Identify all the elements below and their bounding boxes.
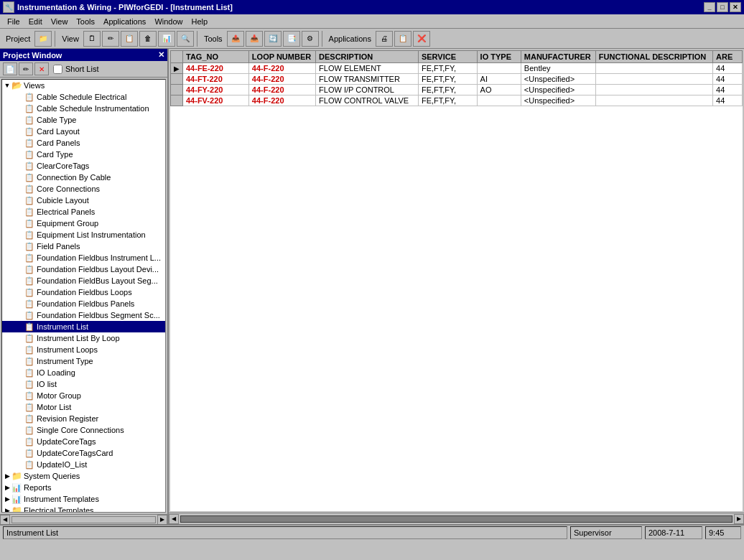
- tree-item-clearcoretags[interactable]: 📋 ClearCoreTags: [2, 160, 165, 172]
- expand-system-queries[interactable]: ▶: [4, 472, 11, 480]
- tree-item-instrument-list-loop[interactable]: 📋 Instrument List By Loop: [2, 332, 165, 344]
- row-selector[interactable]: [171, 95, 183, 106]
- table-row[interactable]: ▶44-FE-22044-F-220FLOW ELEMENTFE,FT,FY,B…: [171, 63, 743, 74]
- tree-item-field-panels[interactable]: 📋 Field Panels: [2, 241, 165, 252]
- tree-item-update-core-tags-card[interactable]: 📋 UpdateCoreTagsCard: [2, 447, 165, 459]
- tree-item-update-core-tags[interactable]: 📋 UpdateCoreTags: [2, 436, 165, 447]
- menu-help[interactable]: Help: [187, 16, 213, 27]
- col-loop-number-header[interactable]: LOOP NUMBER: [248, 51, 315, 63]
- row-selector[interactable]: ▶: [171, 63, 183, 74]
- tree-item-motor-group[interactable]: 📋 Motor Group: [2, 390, 165, 401]
- tree-item-update-io-list[interactable]: 📋 UpdateIO_List: [2, 459, 165, 470]
- menu-window[interactable]: Window: [150, 16, 187, 27]
- view-btn2[interactable]: ✏: [102, 31, 119, 47]
- project-open-btn[interactable]: 📁: [34, 31, 52, 47]
- col-tag-no-header[interactable]: TAG_NO: [183, 51, 249, 63]
- tree-item-ff-loops[interactable]: 📋 Foundation Fieldbus Loops: [2, 286, 165, 298]
- expand-electrical-templates[interactable]: ▶: [4, 507, 11, 513]
- tree-hscroll[interactable]: ◀ ▶: [0, 514, 167, 524]
- tree-item-fflbs[interactable]: 📋 Foundation FieldBus Layout Seg...: [2, 275, 165, 286]
- row-selector[interactable]: [171, 85, 183, 95]
- tree-item-io-list[interactable]: 📋 IO list: [2, 378, 165, 390]
- view-btn4[interactable]: 🗑: [139, 31, 157, 47]
- view-btn5[interactable]: 📊: [158, 31, 175, 47]
- tools-btn2[interactable]: 📥: [246, 31, 263, 47]
- tree-root-views[interactable]: ▼ 📂 Views: [2, 80, 165, 91]
- tree-view[interactable]: ▼ 📂 Views 📋 Cable Schedule Electrical 📋 …: [1, 79, 166, 513]
- tools-btn1[interactable]: 📤: [227, 31, 244, 47]
- tree-item-instrument-loops[interactable]: 📋 Instrument Loops: [2, 344, 165, 355]
- grid-scroll-right[interactable]: ▶: [734, 514, 744, 524]
- view-btn1[interactable]: 🗒: [83, 31, 101, 47]
- tree-reports[interactable]: ▶ 📊 Reports: [2, 482, 165, 493]
- tree-item-equipment-group[interactable]: 📋 Equipment Group: [2, 218, 165, 229]
- pw-delete-btn[interactable]: ✕: [34, 62, 49, 75]
- menu-view[interactable]: View: [47, 16, 73, 27]
- tree-item-card-panels[interactable]: 📋 Card Panels: [2, 137, 165, 149]
- expand-views[interactable]: ▼: [4, 82, 11, 89]
- tree-instrument-templates[interactable]: ▶ 📊 Instrument Templates: [2, 493, 165, 505]
- tree-item-core-connections[interactable]: 📋 Core Connections: [2, 183, 165, 195]
- expand-reports[interactable]: ▶: [4, 484, 11, 491]
- grid-hscroll[interactable]: ◀ ▶: [169, 513, 744, 524]
- tree-item-ff-panels[interactable]: 📋 Foundation Fieldbus Panels: [2, 298, 165, 309]
- tools-btn4[interactable]: 📑: [283, 31, 300, 47]
- grid-scroll-left[interactable]: ◀: [169, 514, 179, 524]
- short-list-check[interactable]: Short List: [53, 65, 98, 74]
- tree-scroll-left[interactable]: ◀: [0, 515, 10, 525]
- view-btn6[interactable]: 🔍: [177, 31, 194, 47]
- pw-new-btn[interactable]: 📄: [3, 62, 17, 75]
- restore-button[interactable]: □: [717, 2, 728, 12]
- tools-btn3[interactable]: 🔄: [264, 31, 282, 47]
- tree-scrollbar-thumb[interactable]: [11, 516, 156, 523]
- app-btn2[interactable]: 📋: [394, 31, 411, 47]
- tree-scroll-right[interactable]: ▶: [157, 515, 167, 525]
- col-service-header[interactable]: SERVICE: [418, 51, 477, 63]
- tools-btn5[interactable]: ⚙: [302, 31, 319, 47]
- tree-item-instrument-list[interactable]: 📋 Instrument List: [2, 321, 165, 332]
- row-selector[interactable]: [171, 74, 183, 85]
- tree-item-cable-type[interactable]: 📋 Cable Type: [2, 114, 165, 126]
- expand-instrument-templates[interactable]: ▶: [4, 495, 11, 503]
- close-button[interactable]: ✕: [730, 2, 741, 12]
- tree-item-electrical-panels[interactable]: 📋 Electrical Panels: [2, 206, 165, 218]
- app-btn1[interactable]: 🖨: [376, 31, 393, 47]
- tree-item-card-type[interactable]: 📋 Card Type: [2, 149, 165, 160]
- menu-applications[interactable]: Applications: [99, 16, 150, 27]
- table-row[interactable]: 44-FY-22044-F-220FLOW I/P CONTROLFE,FT,F…: [171, 85, 743, 95]
- tree-electrical-templates[interactable]: ▶ 📁 Electrical Templates: [2, 505, 165, 513]
- menu-tools[interactable]: Tools: [72, 16, 99, 27]
- tree-system-queries[interactable]: ▶ 📁 System Queries: [2, 470, 165, 482]
- menu-file[interactable]: File: [3, 16, 24, 27]
- col-manufacturer-header[interactable]: MANUFACTURER: [521, 51, 595, 63]
- col-io-type-header[interactable]: IO TYPE: [477, 51, 521, 63]
- col-functional-desc-header[interactable]: FUNCTIONAL DESCRIPTION: [595, 51, 712, 63]
- tree-item-cubicle-layout[interactable]: 📋 Cubicle Layout: [2, 195, 165, 206]
- tree-item-connection-by-cable[interactable]: 📋 Connection By Cable: [2, 172, 165, 183]
- tree-item-cable-electrical[interactable]: 📋 Cable Schedule Electrical: [2, 91, 165, 103]
- tree-item-motor-list[interactable]: 📋 Motor List: [2, 401, 165, 413]
- view-btn3[interactable]: 📋: [121, 31, 138, 47]
- col-are-header[interactable]: ARE: [713, 51, 743, 63]
- tree-item-ff-segment[interactable]: 📋 Foundation Fieldbus Segment Sc...: [2, 309, 165, 321]
- col-description-header[interactable]: DESCRIPTION: [316, 51, 419, 63]
- tree-item-revision-register[interactable]: 📋 Revision Register: [2, 413, 165, 424]
- tree-item-card-layout[interactable]: 📋 Card Layout: [2, 126, 165, 137]
- app-btn3[interactable]: ❌: [413, 31, 430, 47]
- menu-edit[interactable]: Edit: [24, 16, 47, 27]
- tree-item-equipment-list[interactable]: 📋 Equipment List Instrumentation: [2, 229, 165, 241]
- minimize-button[interactable]: _: [704, 2, 715, 12]
- grid-container[interactable]: TAG_NO LOOP NUMBER DESCRIPTION SERVICE I…: [170, 50, 743, 511]
- tree-item-ffld[interactable]: 📋 Foundation Fieldbus Layout Devi...: [2, 263, 165, 275]
- tree-item-single-core[interactable]: 📋 Single Core Connections: [2, 424, 165, 436]
- tree-item-io-loading[interactable]: 📋 IO Loading: [2, 367, 165, 378]
- short-list-checkbox[interactable]: [53, 65, 62, 74]
- grid-scrollbar-thumb[interactable]: [180, 515, 733, 523]
- tree-item-cable-instrumentation[interactable]: 📋 Cable Schedule Instrumentation: [2, 103, 165, 114]
- pw-edit-btn[interactable]: ✏: [19, 62, 33, 75]
- project-window-close[interactable]: ✕: [158, 50, 164, 60]
- tree-item-ffbi[interactable]: 📋 Foundation Fieldbus Instrument L...: [2, 252, 165, 263]
- table-row[interactable]: 44-FT-22044-F-220FLOW TRANSMITTERFE,FT,F…: [171, 74, 743, 85]
- tree-item-instrument-type[interactable]: 📋 Instrument Type: [2, 355, 165, 367]
- table-row[interactable]: 44-FV-22044-F-220FLOW CONTROL VALVEFE,FT…: [171, 95, 743, 106]
